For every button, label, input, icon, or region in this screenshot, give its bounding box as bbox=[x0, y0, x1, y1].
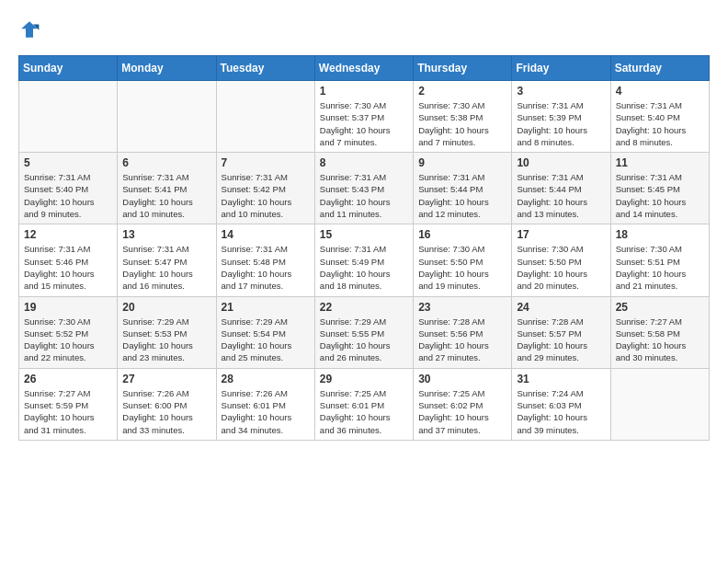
logo-icon bbox=[18, 18, 40, 40]
day-number: 29 bbox=[320, 373, 408, 385]
weekday-header-sunday: Sunday bbox=[19, 56, 118, 81]
calendar-cell bbox=[216, 81, 314, 153]
day-number: 28 bbox=[222, 373, 310, 385]
calendar-cell: 21Sunrise: 7:29 AMSunset: 5:54 PMDayligh… bbox=[216, 296, 314, 368]
day-info: Sunrise: 7:29 AMSunset: 5:53 PMDaylight:… bbox=[122, 316, 210, 364]
day-info: Sunrise: 7:25 AMSunset: 6:01 PMDaylight:… bbox=[320, 387, 408, 436]
calendar-cell: 24Sunrise: 7:28 AMSunset: 5:57 PMDayligh… bbox=[512, 296, 610, 368]
calendar-cell: 17Sunrise: 7:30 AMSunset: 5:50 PMDayligh… bbox=[512, 224, 610, 296]
day-number: 15 bbox=[320, 228, 408, 241]
calendar-week-row: 26Sunrise: 7:27 AMSunset: 5:59 PMDayligh… bbox=[19, 368, 710, 440]
svg-marker-0 bbox=[21, 21, 38, 38]
day-info: Sunrise: 7:30 AMSunset: 5:37 PMDaylight:… bbox=[320, 99, 408, 148]
calendar-cell: 5Sunrise: 7:31 AMSunset: 5:40 PMDaylight… bbox=[19, 153, 118, 224]
day-number: 9 bbox=[418, 156, 506, 169]
calendar-cell: 9Sunrise: 7:31 AMSunset: 5:44 PMDaylight… bbox=[414, 153, 512, 224]
day-number: 2 bbox=[418, 85, 506, 98]
calendar-cell: 31Sunrise: 7:24 AMSunset: 6:03 PMDayligh… bbox=[512, 368, 610, 440]
calendar-cell: 22Sunrise: 7:29 AMSunset: 5:55 PMDayligh… bbox=[314, 296, 413, 368]
day-info: Sunrise: 7:30 AMSunset: 5:52 PMDaylight:… bbox=[24, 316, 112, 364]
calendar-cell: 10Sunrise: 7:31 AMSunset: 5:44 PMDayligh… bbox=[512, 153, 610, 224]
calendar-week-row: 5Sunrise: 7:31 AMSunset: 5:40 PMDaylight… bbox=[19, 153, 710, 224]
day-number: 25 bbox=[616, 301, 704, 314]
calendar-cell: 11Sunrise: 7:31 AMSunset: 5:45 PMDayligh… bbox=[610, 153, 709, 224]
calendar-cell: 20Sunrise: 7:29 AMSunset: 5:53 PMDayligh… bbox=[118, 296, 216, 368]
day-number: 16 bbox=[418, 228, 506, 241]
calendar-cell: 13Sunrise: 7:31 AMSunset: 5:47 PMDayligh… bbox=[118, 224, 216, 296]
calendar-cell: 7Sunrise: 7:31 AMSunset: 5:42 PMDaylight… bbox=[216, 153, 314, 224]
calendar-cell: 18Sunrise: 7:30 AMSunset: 5:51 PMDayligh… bbox=[610, 224, 709, 296]
day-number: 21 bbox=[222, 301, 310, 314]
day-info: Sunrise: 7:31 AMSunset: 5:45 PMDaylight:… bbox=[616, 171, 704, 220]
calendar-cell bbox=[19, 81, 118, 153]
calendar-cell: 30Sunrise: 7:25 AMSunset: 6:02 PMDayligh… bbox=[414, 368, 512, 440]
day-info: Sunrise: 7:31 AMSunset: 5:39 PMDaylight:… bbox=[517, 99, 605, 148]
day-number: 3 bbox=[517, 85, 605, 98]
calendar-cell: 19Sunrise: 7:30 AMSunset: 5:52 PMDayligh… bbox=[19, 296, 118, 368]
day-number: 12 bbox=[24, 228, 112, 241]
day-number: 10 bbox=[517, 156, 605, 169]
calendar-week-row: 1Sunrise: 7:30 AMSunset: 5:37 PMDaylight… bbox=[19, 81, 710, 153]
day-number: 23 bbox=[418, 301, 506, 314]
calendar-cell: 8Sunrise: 7:31 AMSunset: 5:43 PMDaylight… bbox=[314, 153, 413, 224]
day-info: Sunrise: 7:31 AMSunset: 5:44 PMDaylight:… bbox=[517, 171, 605, 220]
calendar-cell: 3Sunrise: 7:31 AMSunset: 5:39 PMDaylight… bbox=[512, 81, 610, 153]
weekday-header-tuesday: Tuesday bbox=[216, 56, 314, 81]
day-number: 24 bbox=[517, 301, 605, 314]
day-info: Sunrise: 7:25 AMSunset: 6:02 PMDaylight:… bbox=[418, 387, 506, 436]
calendar-cell bbox=[610, 368, 709, 440]
day-number: 8 bbox=[320, 156, 408, 169]
day-number: 26 bbox=[24, 373, 112, 385]
calendar-cell: 27Sunrise: 7:26 AMSunset: 6:00 PMDayligh… bbox=[118, 368, 216, 440]
calendar-cell: 28Sunrise: 7:26 AMSunset: 6:01 PMDayligh… bbox=[216, 368, 314, 440]
calendar-table: SundayMondayTuesdayWednesdayThursdayFrid… bbox=[18, 55, 710, 441]
day-number: 17 bbox=[517, 228, 605, 241]
day-info: Sunrise: 7:27 AMSunset: 5:58 PMDaylight:… bbox=[616, 316, 704, 364]
day-info: Sunrise: 7:31 AMSunset: 5:46 PMDaylight:… bbox=[24, 243, 112, 292]
calendar-cell: 4Sunrise: 7:31 AMSunset: 5:40 PMDaylight… bbox=[610, 81, 709, 153]
day-number: 1 bbox=[320, 85, 408, 98]
calendar-cell: 6Sunrise: 7:31 AMSunset: 5:41 PMDaylight… bbox=[118, 153, 216, 224]
calendar-cell: 2Sunrise: 7:30 AMSunset: 5:38 PMDaylight… bbox=[414, 81, 512, 153]
day-info: Sunrise: 7:28 AMSunset: 5:57 PMDaylight:… bbox=[517, 316, 605, 364]
day-info: Sunrise: 7:30 AMSunset: 5:50 PMDaylight:… bbox=[517, 243, 605, 292]
day-info: Sunrise: 7:31 AMSunset: 5:40 PMDaylight:… bbox=[616, 99, 704, 148]
day-number: 18 bbox=[616, 228, 704, 241]
day-number: 11 bbox=[616, 156, 704, 169]
calendar-cell: 16Sunrise: 7:30 AMSunset: 5:50 PMDayligh… bbox=[414, 224, 512, 296]
day-info: Sunrise: 7:31 AMSunset: 5:41 PMDaylight:… bbox=[122, 171, 210, 220]
calendar-cell: 12Sunrise: 7:31 AMSunset: 5:46 PMDayligh… bbox=[19, 224, 118, 296]
calendar-cell: 25Sunrise: 7:27 AMSunset: 5:58 PMDayligh… bbox=[610, 296, 709, 368]
day-info: Sunrise: 7:31 AMSunset: 5:40 PMDaylight:… bbox=[24, 171, 112, 220]
day-info: Sunrise: 7:30 AMSunset: 5:38 PMDaylight:… bbox=[418, 99, 506, 148]
day-info: Sunrise: 7:31 AMSunset: 5:43 PMDaylight:… bbox=[320, 171, 408, 220]
calendar-cell: 26Sunrise: 7:27 AMSunset: 5:59 PMDayligh… bbox=[19, 368, 118, 440]
calendar-cell: 29Sunrise: 7:25 AMSunset: 6:01 PMDayligh… bbox=[314, 368, 413, 440]
day-number: 20 bbox=[122, 301, 210, 314]
day-info: Sunrise: 7:31 AMSunset: 5:49 PMDaylight:… bbox=[320, 243, 408, 292]
day-number: 13 bbox=[122, 228, 210, 241]
day-info: Sunrise: 7:31 AMSunset: 5:44 PMDaylight:… bbox=[418, 171, 506, 220]
weekday-header-thursday: Thursday bbox=[414, 56, 512, 81]
day-info: Sunrise: 7:30 AMSunset: 5:51 PMDaylight:… bbox=[616, 243, 704, 292]
day-number: 22 bbox=[320, 301, 408, 314]
logo bbox=[18, 18, 44, 40]
day-info: Sunrise: 7:24 AMSunset: 6:03 PMDaylight:… bbox=[517, 387, 605, 436]
calendar-cell: 23Sunrise: 7:28 AMSunset: 5:56 PMDayligh… bbox=[414, 296, 512, 368]
day-info: Sunrise: 7:27 AMSunset: 5:59 PMDaylight:… bbox=[24, 387, 112, 436]
calendar-week-row: 12Sunrise: 7:31 AMSunset: 5:46 PMDayligh… bbox=[19, 224, 710, 296]
day-number: 14 bbox=[222, 228, 310, 241]
weekday-header-wednesday: Wednesday bbox=[314, 56, 413, 81]
day-info: Sunrise: 7:30 AMSunset: 5:50 PMDaylight:… bbox=[418, 243, 506, 292]
day-info: Sunrise: 7:26 AMSunset: 6:01 PMDaylight:… bbox=[222, 387, 310, 436]
calendar-cell: 14Sunrise: 7:31 AMSunset: 5:48 PMDayligh… bbox=[216, 224, 314, 296]
day-info: Sunrise: 7:31 AMSunset: 5:47 PMDaylight:… bbox=[122, 243, 210, 292]
day-number: 19 bbox=[24, 301, 112, 314]
day-info: Sunrise: 7:31 AMSunset: 5:42 PMDaylight:… bbox=[222, 171, 310, 220]
day-info: Sunrise: 7:28 AMSunset: 5:56 PMDaylight:… bbox=[418, 316, 506, 364]
calendar-cell bbox=[118, 81, 216, 153]
calendar-cell: 15Sunrise: 7:31 AMSunset: 5:49 PMDayligh… bbox=[314, 224, 413, 296]
day-number: 5 bbox=[24, 156, 112, 169]
day-number: 7 bbox=[222, 156, 310, 169]
weekday-header-row: SundayMondayTuesdayWednesdayThursdayFrid… bbox=[19, 56, 710, 81]
